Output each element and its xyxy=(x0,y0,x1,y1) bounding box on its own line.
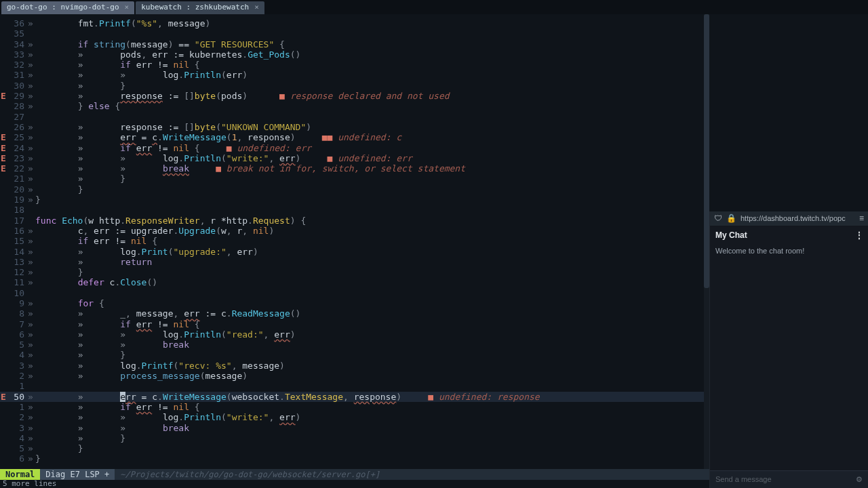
line-number: 26 xyxy=(7,122,26,132)
code-content[interactable]: } else { xyxy=(35,101,120,111)
code-content[interactable]: » if err != nil { xyxy=(35,402,200,412)
code-content[interactable]: func Echo(w http.ResponseWriter, r *http… xyxy=(35,216,306,226)
line-number: 3 xyxy=(7,423,26,433)
chat-panel: 🛡 🔒 https://dashboard.twitch.tv/popc ≡ M… xyxy=(709,211,868,488)
code-content[interactable]: for { xyxy=(35,298,104,308)
terminal-tab[interactable]: go-dot-go : nvimgo-dot-go× xyxy=(1,1,134,14)
code-line[interactable]: 21» » } xyxy=(0,174,868,184)
line-number: 12 xyxy=(7,267,26,277)
code-content[interactable]: » if err != nil { xyxy=(35,319,200,329)
line-number: 11 xyxy=(7,277,26,287)
menu-icon[interactable]: ≡ xyxy=(859,214,864,223)
error-gutter: E xyxy=(0,132,7,142)
code-content[interactable]: if string(message) == "GET RESOURCES" { xyxy=(35,39,285,49)
kebab-icon[interactable]: ⋮ xyxy=(855,230,863,240)
code-line[interactable]: 36» fmt.Printf("%s", message) xyxy=(0,18,868,28)
code-content[interactable]: » » log.Println("write:", err) ■ undefin… xyxy=(35,153,412,163)
code-content[interactable]: » response := []byte("UNKOWN COMMAND") xyxy=(35,122,311,132)
line-number: 8 xyxy=(7,308,26,319)
code-content[interactable]: » if err != nil { xyxy=(35,60,200,70)
code-content[interactable]: » » log.Println("write:", err) xyxy=(35,412,300,422)
code-line[interactable]: 27 xyxy=(0,112,868,122)
indent-guide: » xyxy=(26,402,35,412)
line-number: 25 xyxy=(7,132,26,142)
indent-guide: » xyxy=(26,101,35,111)
indent-guide: » xyxy=(26,371,35,381)
indent-guide: » xyxy=(26,195,35,205)
code-line[interactable]: 20» } xyxy=(0,184,868,195)
code-content[interactable]: defer c.Close() xyxy=(35,277,157,287)
code-content[interactable]: c, err := upgrader.Upgrade(w, r, nil) xyxy=(35,226,274,236)
indent-guide: » xyxy=(26,81,35,91)
indent-guide: » xyxy=(26,298,35,308)
code-content[interactable]: } xyxy=(35,184,83,195)
indent-guide: » xyxy=(26,143,35,153)
code-line[interactable]: 32» » if err != nil { xyxy=(0,60,868,70)
editor-scrollbar[interactable] xyxy=(704,14,709,470)
code-content[interactable]: if err != nil { xyxy=(35,236,157,246)
code-line[interactable]: E29» » response := []byte(pods) ■ respon… xyxy=(0,91,868,101)
line-number: 21 xyxy=(7,174,26,184)
chat-input[interactable]: Send a message xyxy=(715,475,772,484)
code-line[interactable]: E24» » if err != nil { ■ undefined: err xyxy=(0,143,868,153)
code-content[interactable]: » » log.Println("read:", err) xyxy=(35,329,296,340)
chat-url-text: https://dashboard.twitch.tv/popc xyxy=(741,214,855,223)
line-number: 34 xyxy=(7,39,26,49)
code-line[interactable]: E23» » » log.Println("write:", err) ■ un… xyxy=(0,153,868,163)
scrollbar-thumb[interactable] xyxy=(704,14,709,288)
code-content[interactable]: » log.Print("upgrade:", err) xyxy=(35,247,258,257)
code-content[interactable]: » if err != nil { ■ undefined: err xyxy=(35,143,311,153)
code-line[interactable]: E22» » » break ■ break not in for, switc… xyxy=(0,163,868,174)
code-content[interactable]: » } xyxy=(35,174,125,184)
code-line[interactable]: 26» » response := []byte("UNKOWN COMMAND… xyxy=(0,122,868,132)
code-content[interactable]: » » break ■ break not in for, switch, or… xyxy=(35,163,465,174)
code-content[interactable]: » process_message(message) xyxy=(35,371,248,381)
line-number: 31 xyxy=(7,70,26,80)
chat-urlbar[interactable]: 🛡 🔒 https://dashboard.twitch.tv/popc ≡ xyxy=(710,211,868,226)
chat-title: My Chat xyxy=(715,230,747,240)
gear-icon[interactable]: ⚙ xyxy=(856,475,863,484)
line-number: 30 xyxy=(7,81,26,91)
code-content[interactable]: » } xyxy=(35,350,125,360)
code-content[interactable]: } xyxy=(35,443,83,453)
code-content[interactable]: » } xyxy=(35,81,125,91)
terminal-tab[interactable]: kubewatch : zshkubewatch× xyxy=(136,1,264,14)
error-gutter: E xyxy=(0,153,7,163)
code-line[interactable]: 31» » » log.Println(err) xyxy=(0,70,868,80)
indent-guide: » xyxy=(26,163,35,174)
indent-guide: » xyxy=(26,340,35,350)
code-content[interactable]: » } xyxy=(35,433,125,443)
line-number: 33 xyxy=(7,49,26,60)
close-icon[interactable]: × xyxy=(125,3,130,12)
code-content[interactable]: } xyxy=(35,453,41,464)
code-content[interactable]: » err = c.WriteMessage(1, response) ■■ u… xyxy=(35,132,401,142)
line-number: 35 xyxy=(7,28,26,39)
code-line[interactable]: 19»} xyxy=(0,195,868,205)
code-line[interactable]: 28» } else { xyxy=(0,101,868,111)
indent-guide: » xyxy=(26,122,35,132)
code-line[interactable]: 34» if string(message) == "GET RESOURCES… xyxy=(0,39,868,49)
line-number: 23 xyxy=(7,153,26,163)
line-number: 17 xyxy=(7,216,26,226)
chat-welcome: Welcome to the chat room! xyxy=(715,247,804,255)
line-number: 4 xyxy=(7,433,26,443)
close-icon[interactable]: × xyxy=(254,3,259,12)
code-content[interactable]: » response := []byte(pods) ■ response de… xyxy=(35,91,450,101)
code-content[interactable]: » » break xyxy=(35,340,189,350)
code-content[interactable]: » _, message, err := c.ReadMessage() xyxy=(35,308,300,319)
code-content[interactable]: » pods, err := kubernetes.Get_Pods() xyxy=(35,49,300,60)
chat-title-bar: My Chat ⋮ xyxy=(710,226,868,244)
code-content[interactable]: } xyxy=(35,267,83,277)
code-content[interactable]: } xyxy=(35,195,41,205)
code-content[interactable]: » return xyxy=(35,257,152,267)
code-line[interactable]: 30» » } xyxy=(0,81,868,91)
code-content[interactable]: fmt.Printf("%s", message) xyxy=(35,18,210,28)
code-line[interactable]: 35 xyxy=(0,28,868,39)
code-line[interactable]: E25» » err = c.WriteMessage(1, response)… xyxy=(0,132,868,142)
code-line[interactable]: 33» » pods, err := kubernetes.Get_Pods() xyxy=(0,49,868,60)
code-content[interactable]: » » break xyxy=(35,423,189,433)
code-content[interactable]: » err = c.WriteMessage(websocket.TextMes… xyxy=(35,392,540,402)
line-number: 29 xyxy=(7,91,26,101)
code-content[interactable]: » » log.Println(err) xyxy=(35,70,248,80)
code-content[interactable]: » log.Printf("recv: %s", message) xyxy=(35,361,285,371)
